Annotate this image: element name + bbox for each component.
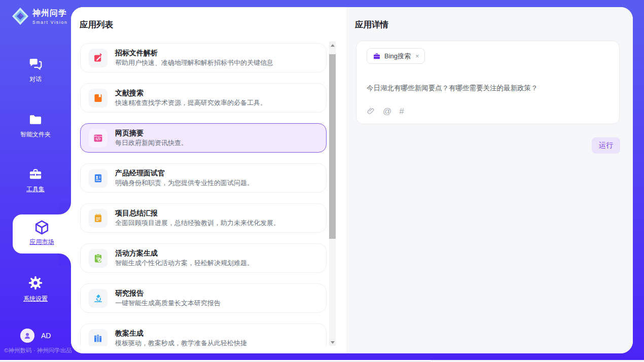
app-card-title: 活动方案生成 xyxy=(115,249,254,258)
resume-icon xyxy=(93,173,103,184)
attachment-icon[interactable] xyxy=(367,107,375,116)
app-detail-panel: 应用详情 Bing搜索 × 今日湖北有哪些新闻要点？有哪些需要关注的最新政策？ xyxy=(346,7,633,353)
toolbox-icon xyxy=(27,167,44,182)
tool-tag-bing-search[interactable]: Bing搜索 × xyxy=(367,48,425,64)
sidebar-item-app-market[interactable]: 应用市场 xyxy=(13,214,71,254)
bubble-curve-bottom xyxy=(59,254,71,266)
brand-name: 神州问学 xyxy=(32,8,68,19)
sidebar-footer: ©神州数码 · 神州问学出品 xyxy=(4,347,72,354)
app-window: 神州问学 Smart Vision 对话 智能文件夹 xyxy=(0,0,644,362)
edit-document-icon xyxy=(93,53,103,63)
app-card[interactable]: 教案生成 模板驱动，教案秒成，教学准备从此轻松快捷 xyxy=(80,323,327,346)
app-card[interactable]: 产品经理面试官 明确身份和职责，为您提供专业性的面试问题。 xyxy=(80,163,327,193)
triangle-up-icon xyxy=(331,44,335,47)
app-card-icon-bg xyxy=(89,249,108,268)
scrollbar[interactable] xyxy=(329,42,336,346)
app-card-desc: 每日政府新闻资讯快查。 xyxy=(115,139,188,147)
app-list-panel: 应用列表 招标文件解析 帮助用户快速、准确地理解和解析招标书中的关键信息 文献搜… xyxy=(71,7,346,353)
sidebar-item-chat[interactable]: 对话 xyxy=(0,56,71,84)
close-icon[interactable]: × xyxy=(415,53,419,59)
microscope-icon xyxy=(93,293,103,304)
tool-tag-label: Bing搜索 xyxy=(384,52,411,61)
scroll-up-button[interactable] xyxy=(329,42,336,49)
sidebar-item-toolset[interactable]: 工具集 xyxy=(0,167,71,194)
app-card-title: 网页摘要 xyxy=(115,129,188,138)
app-card[interactable]: 活动方案生成 智能生成个性化活动方案，轻松解决规划难题。 xyxy=(80,243,327,273)
book-icon xyxy=(93,93,103,103)
app-card-icon-bg xyxy=(89,289,108,308)
app-card-icon-bg xyxy=(89,89,108,107)
app-card-desc: 明确身份和职责，为您提供专业性的面试问题。 xyxy=(115,179,254,187)
gear-icon xyxy=(27,275,44,291)
sidebar-item-label: 系统设置 xyxy=(0,295,71,303)
person-icon xyxy=(23,331,32,340)
app-card-icon-bg xyxy=(89,129,108,148)
app-card-title: 研究报告 xyxy=(115,289,221,298)
sidebar: 神州问学 Smart Vision 对话 智能文件夹 xyxy=(0,0,71,360)
app-card-desc: 帮助用户快速、准确地理解和解析招标书中的关键信息 xyxy=(115,59,273,67)
app-card-desc: 模板驱动，教案秒成，教学准备从此轻松快捷 xyxy=(115,339,247,346)
sidebar-item-label: 工具集 xyxy=(0,185,71,194)
app-card-list: 招标文件解析 帮助用户快速、准确地理解和解析招标书中的关键信息 文献搜索 快速精… xyxy=(80,43,327,346)
app-detail-title: 应用详情 xyxy=(355,19,388,30)
app-card-title: 招标文件解析 xyxy=(115,49,273,58)
briefcase-icon xyxy=(373,52,381,60)
scroll-down-button[interactable] xyxy=(329,339,336,346)
diamond-logo-icon xyxy=(11,7,29,26)
hash-icon[interactable]: # xyxy=(399,107,404,116)
bubble-curve-top xyxy=(59,202,71,214)
sidebar-item-label: 对话 xyxy=(0,75,71,84)
bottom-strip-right xyxy=(431,360,644,362)
app-list-title: 应用列表 xyxy=(80,19,113,30)
app-card[interactable]: 文献搜索 快速精准查找学术资源，提高研究效率的必备工具。 xyxy=(80,83,327,113)
prompt-text[interactable]: 今日湖北有哪些新闻要点？有哪些需要关注的最新政策？ xyxy=(367,83,605,93)
app-card-title: 项目总结汇报 xyxy=(115,209,280,218)
browser-icon xyxy=(93,133,103,143)
avatar xyxy=(20,329,34,343)
app-card-icon-bg xyxy=(89,169,108,188)
app-card-desc: 一键智能生成高质量长文本研究报告 xyxy=(115,299,221,307)
brand-subtitle: Smart Vision xyxy=(32,20,68,25)
run-button[interactable]: 运行 xyxy=(592,137,620,154)
sidebar-item-settings[interactable]: 系统设置 xyxy=(0,275,71,303)
chat-icon xyxy=(27,56,44,71)
main-content: 应用列表 招标文件解析 帮助用户快速、准确地理解和解析招标书中的关键信息 文献搜… xyxy=(71,7,633,353)
app-card-title: 文献搜索 xyxy=(115,89,267,98)
app-list-viewport: 招标文件解析 帮助用户快速、准确地理解和解析招标书中的关键信息 文献搜索 快速精… xyxy=(80,43,327,346)
clipboard-check-icon xyxy=(93,253,103,264)
prompt-toolbar: @ # xyxy=(367,107,404,116)
folder-icon xyxy=(27,113,44,127)
app-card-icon-bg xyxy=(89,49,108,67)
app-card[interactable]: 项目总结汇报 全面回顾项目进展，总结经验教训，助力未来优化发展。 xyxy=(80,203,327,233)
app-card-title: 教案生成 xyxy=(115,329,247,338)
app-card[interactable]: 网页摘要 每日政府新闻资讯快查。 xyxy=(80,123,327,153)
scrollbar-thumb[interactable] xyxy=(329,54,336,239)
app-card-icon-bg xyxy=(89,209,108,228)
books-icon xyxy=(93,333,103,344)
cube-icon xyxy=(33,219,50,236)
prompt-card: Bing搜索 × 今日湖北有哪些新闻要点？有哪些需要关注的最新政策？ @ # xyxy=(356,41,620,124)
app-card[interactable]: 招标文件解析 帮助用户快速、准确地理解和解析招标书中的关键信息 xyxy=(80,43,327,73)
app-card-desc: 快速精准查找学术资源，提高研究效率的必备工具。 xyxy=(115,99,267,107)
user-initials: AD xyxy=(41,332,51,340)
notepad-icon xyxy=(93,213,103,224)
brand-logo[interactable]: 神州问学 Smart Vision xyxy=(11,7,68,26)
app-card-title: 产品经理面试官 xyxy=(115,169,254,178)
mention-icon[interactable]: @ xyxy=(383,107,391,116)
app-card[interactable]: 研究报告 一键智能生成高质量长文本研究报告 xyxy=(80,283,327,313)
sidebar-item-label: 智能文件夹 xyxy=(0,130,71,139)
sidebar-item-label: 应用市场 xyxy=(13,238,71,246)
app-card-icon-bg xyxy=(89,329,108,347)
triangle-down-icon xyxy=(331,341,335,344)
sidebar-item-smart-folder[interactable]: 智能文件夹 xyxy=(0,113,71,139)
user-account[interactable]: AD xyxy=(20,329,51,343)
app-card-desc: 智能生成个性化活动方案，轻松解决规划难题。 xyxy=(115,259,254,267)
app-card-desc: 全面回顾项目进展，总结经验教训，助力未来优化发展。 xyxy=(115,219,280,227)
